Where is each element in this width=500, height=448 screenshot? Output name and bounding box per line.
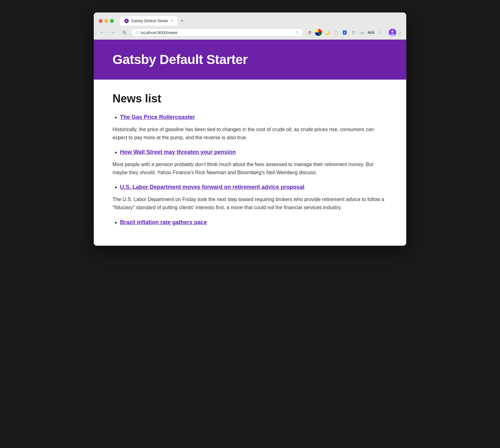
news-list: The Gas Price RollercoasterHistorically,…: [112, 114, 388, 226]
site-title: Gatsby Default Starter: [112, 52, 388, 67]
hln-icon[interactable]: HLN: [367, 29, 375, 36]
page-content: News list The Gas Price RollercoasterHis…: [94, 80, 406, 246]
browser-menu-button[interactable]: ⋮: [398, 30, 402, 36]
news-item-title[interactable]: U.S. Labor Department moves forward on r…: [120, 184, 388, 190]
vpn-icon[interactable]: ▽: [350, 29, 357, 36]
info-badge-icon[interactable]: i: [341, 29, 348, 36]
page-header: Gatsby Default Starter: [94, 40, 406, 80]
settings-icon[interactable]: ⚙: [306, 29, 313, 36]
cast-icon[interactable]: ▭: [358, 29, 366, 36]
news-item-title[interactable]: Brazil inflation rate gathers pace: [120, 219, 388, 226]
news-item: How Wall Street may threaten your pensio…: [120, 149, 388, 176]
colorful-circle-icon[interactable]: [315, 29, 322, 36]
news-item-excerpt: Historically, the price of gasoline has …: [112, 126, 388, 141]
globe-icon[interactable]: ◌: [332, 29, 340, 36]
tab-bar: ● Gatsby Default Starter × +: [120, 16, 401, 26]
refresh-button[interactable]: ↻: [120, 28, 129, 37]
tab-title: Gatsby Default Starter: [131, 19, 168, 23]
minimize-button[interactable]: [104, 19, 108, 23]
browser-window: ● Gatsby Default Starter × + ← → ↻ ⓘ loc…: [94, 12, 406, 246]
forward-button[interactable]: →: [109, 28, 118, 37]
new-tab-button[interactable]: +: [178, 16, 187, 26]
user-avatar[interactable]: [389, 29, 396, 36]
toolbar-separator: [386, 29, 386, 36]
bookmark-icon[interactable]: ☆: [295, 30, 299, 35]
title-bar: ● Gatsby Default Starter × +: [94, 12, 406, 26]
svg-point-2: [390, 34, 395, 36]
toolbar-icons: ⚙ 🌙 ◌ i ▽ ▭ HLN ○: [306, 29, 402, 36]
svg-point-1: [391, 30, 394, 33]
traffic-lights: [99, 19, 114, 23]
tab-close-button[interactable]: ×: [171, 19, 173, 23]
news-item-title[interactable]: The Gas Price Rollercoaster: [120, 114, 388, 121]
news-item: U.S. Labor Department moves forward on r…: [120, 184, 388, 211]
news-item-excerpt: The U.S. Labor Department on Friday took…: [112, 195, 388, 211]
news-item-title[interactable]: How Wall Street may threaten your pensio…: [120, 149, 388, 155]
url-text: localhost:8000/news: [141, 30, 293, 35]
tab-favicon: ●: [124, 19, 129, 23]
section-title: News list: [112, 92, 388, 105]
news-item: Brazil inflation rate gathers pace: [120, 219, 388, 226]
dark-mode-icon[interactable]: 🌙: [323, 29, 331, 36]
close-button[interactable]: [99, 19, 102, 23]
browser-chrome: ● Gatsby Default Starter × + ← → ↻ ⓘ loc…: [94, 12, 406, 40]
address-bar[interactable]: ⓘ localhost:8000/news ☆: [131, 28, 303, 37]
news-item: The Gas Price RollercoasterHistorically,…: [120, 114, 388, 141]
nav-bar: ← → ↻ ⓘ localhost:8000/news ☆ ⚙ 🌙 ◌ i ▽ …: [94, 26, 406, 39]
profile-circle-icon[interactable]: ○: [376, 29, 383, 36]
news-item-excerpt: Most people with a pension probably don'…: [112, 160, 388, 176]
active-tab[interactable]: ● Gatsby Default Starter ×: [120, 16, 178, 26]
maximize-button[interactable]: [110, 19, 114, 23]
back-button[interactable]: ←: [98, 28, 106, 37]
security-icon: ⓘ: [135, 30, 139, 35]
